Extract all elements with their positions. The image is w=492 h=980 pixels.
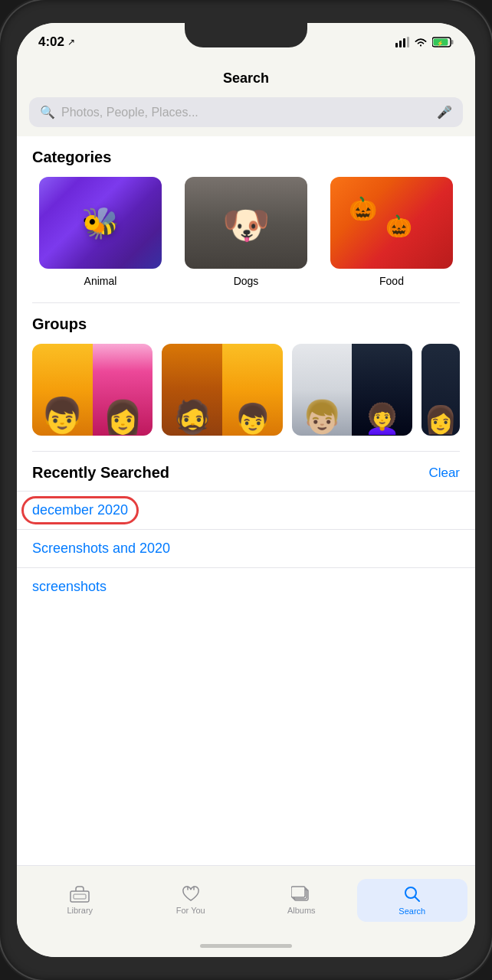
group-person-1 [32, 344, 93, 436]
group-item-1[interactable] [32, 344, 153, 436]
tab-for-you[interactable]: For You [136, 880, 247, 921]
page-title: Search [17, 61, 475, 94]
animal-image [39, 177, 162, 269]
tab-for-you-label: For You [176, 906, 205, 915]
svg-rect-5 [451, 40, 454, 44]
status-time: 4:02 ↗ [38, 34, 75, 50]
svg-rect-2 [403, 38, 405, 47]
group-item-4-partial[interactable] [421, 344, 460, 436]
albums-icon [291, 886, 311, 903]
recent-search-text-1: december 2020 [32, 502, 128, 518]
group-person-extra [421, 344, 460, 436]
recently-searched-title: Recently Searched [32, 464, 169, 482]
tab-library[interactable]: Library [25, 880, 136, 921]
category-item-food[interactable]: Food [323, 177, 460, 287]
food-label: Food [379, 275, 404, 287]
svg-rect-12 [291, 887, 305, 897]
svg-line-14 [415, 897, 419, 901]
search-icon: 🔍 [40, 105, 55, 119]
tab-search-label: Search [399, 906, 425, 916]
search-tab-icon [403, 885, 421, 903]
svg-rect-0 [395, 43, 398, 47]
category-thumb-dogs [185, 177, 307, 269]
mic-icon[interactable]: 🎤 [437, 105, 452, 119]
tab-library-label: Library [67, 906, 93, 915]
for-you-icon [181, 886, 201, 903]
recent-search-item-3[interactable]: screenshots [17, 567, 475, 606]
groups-title: Groups [32, 315, 460, 333]
status-icons: ⚡ [395, 37, 454, 47]
content-area: Categories Animal Dogs [17, 136, 475, 865]
group-person-3 [162, 344, 222, 436]
search-bar[interactable]: 🔍 Photos, People, Places... 🎤 [29, 97, 463, 127]
location-icon: ↗ [67, 37, 75, 47]
category-item-animal[interactable]: Animal [32, 177, 169, 287]
svg-rect-1 [399, 41, 402, 47]
screen: 4:02 ↗ ⚡ [17, 23, 475, 957]
recent-search-text-2: Screenshots and 2020 [32, 541, 170, 556]
svg-rect-9 [74, 894, 86, 899]
recent-search-text-3: screenshots [32, 579, 107, 594]
recently-searched-header: Recently Searched Clear [17, 452, 475, 491]
category-thumb-animal [39, 177, 162, 269]
food-image [330, 177, 453, 269]
category-thumb-food [330, 177, 453, 269]
categories-title: Categories [32, 149, 460, 166]
recent-search-item-2[interactable]: Screenshots and 2020 [17, 529, 475, 567]
group-item-2[interactable] [162, 344, 282, 436]
tab-albums[interactable]: Albums [246, 880, 357, 921]
clear-button[interactable]: Clear [428, 466, 460, 481]
categories-section: Categories [17, 136, 475, 166]
group-person-2 [93, 344, 153, 436]
tab-search[interactable]: Search [357, 879, 468, 922]
library-icon [70, 886, 90, 903]
wifi-icon [414, 37, 428, 47]
time-display: 4:02 [38, 34, 64, 50]
search-placeholder: Photos, People, Places... [61, 106, 431, 119]
animal-label: Animal [84, 275, 117, 287]
notch [185, 23, 307, 47]
search-bar-container: 🔍 Photos, People, Places... 🎤 [17, 94, 475, 136]
groups-section: Groups [17, 303, 475, 333]
group-person-6 [352, 344, 412, 436]
signal-icon [395, 37, 409, 47]
svg-text:⚡: ⚡ [437, 40, 444, 47]
recent-search-item-1[interactable]: december 2020 [17, 491, 475, 529]
group-item-3[interactable] [292, 344, 412, 436]
svg-rect-3 [407, 37, 409, 47]
groups-grid [17, 344, 475, 451]
battery-icon: ⚡ [432, 37, 454, 47]
phone-frame: 4:02 ↗ ⚡ [0, 0, 492, 980]
category-grid: Animal Dogs Food [17, 177, 475, 302]
category-item-dogs[interactable]: Dogs [178, 177, 314, 287]
dogs-label: Dogs [234, 275, 259, 287]
group-person-4 [222, 344, 283, 436]
highlighted-search: december 2020 [32, 502, 128, 518]
tab-albums-label: Albums [287, 906, 316, 915]
tab-bar: Library For You Albums [17, 865, 475, 934]
group-person-5 [292, 344, 353, 436]
home-bar [200, 944, 292, 948]
home-indicator [17, 934, 475, 957]
dogs-image [185, 177, 307, 269]
